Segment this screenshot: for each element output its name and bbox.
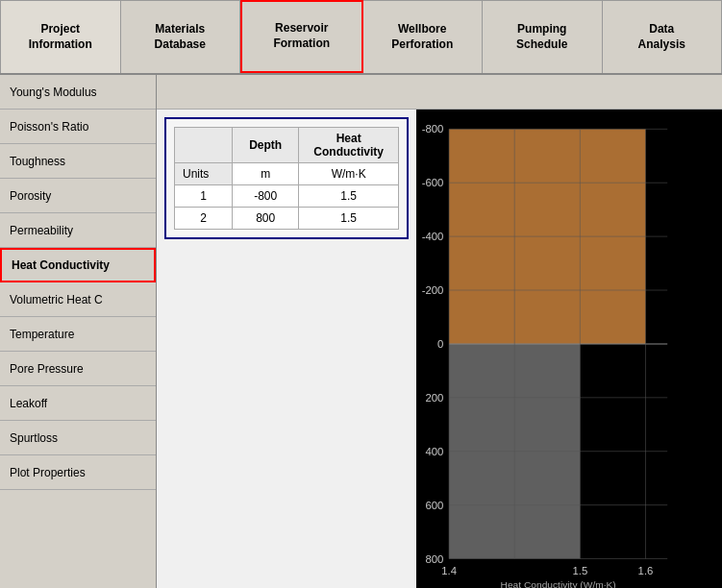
- svg-text:-200: -200: [422, 285, 444, 296]
- units-depth: m: [233, 163, 299, 185]
- main-layout: Young's ModulusPoisson's RatioToughnessP…: [0, 75, 722, 588]
- sidebar-item-temperature[interactable]: Temperature: [0, 317, 156, 352]
- cell-heat-conductivity[interactable]: 1.5: [299, 208, 399, 230]
- svg-text:1.6: 1.6: [638, 565, 654, 576]
- sidebar-item-toughness[interactable]: Toughness: [0, 144, 156, 179]
- svg-text:-600: -600: [422, 178, 444, 188]
- svg-text:1.4: 1.4: [441, 565, 457, 576]
- add-button[interactable]: [166, 90, 174, 94]
- table-panel: Depth HeatConductivity Units m W/m·K 1 -…: [157, 110, 416, 588]
- sidebar-item-poissons-ratio[interactable]: Poisson's Ratio: [0, 110, 156, 144]
- remove-button[interactable]: [182, 90, 189, 94]
- upload-button[interactable]: [212, 90, 220, 94]
- cell-depth[interactable]: -800: [233, 185, 299, 208]
- row-num: 1: [175, 185, 233, 208]
- sidebar-item-leakoff[interactable]: Leakoff: [0, 386, 156, 421]
- svg-text:-400: -400: [422, 232, 444, 242]
- table-row: 1 -800 1.5: [175, 185, 399, 208]
- nav-tab-materials-database[interactable]: MaterialsDatabase: [121, 0, 241, 73]
- sidebar-item-porosity[interactable]: Porosity: [0, 179, 156, 213]
- sidebar-item-plot-properties[interactable]: Plot Properties: [0, 455, 156, 490]
- col-header-empty: [175, 128, 233, 163]
- units-label: Units: [175, 163, 233, 185]
- svg-text:Heat Conductivity (W/m·K): Heat Conductivity (W/m·K): [501, 580, 616, 588]
- col-header-depth: Depth: [233, 128, 299, 163]
- units-heat: W/m·K: [299, 163, 399, 185]
- nav-tab-project-information[interactable]: ProjectInformation: [0, 0, 121, 73]
- svg-text:200: 200: [425, 392, 443, 403]
- nav-tab-reservoir-formation[interactable]: ReservoirFormation: [240, 0, 363, 73]
- svg-text:1.5: 1.5: [572, 565, 587, 576]
- table-section: Depth HeatConductivity Units m W/m·K 1 -…: [164, 117, 409, 239]
- sidebar-item-spurtloss[interactable]: Spurtloss: [0, 421, 156, 455]
- table-row: 2 800 1.5: [175, 208, 399, 230]
- nav-tab-wellbore-perforation[interactable]: WellborePerforation: [363, 0, 484, 73]
- sidebar-item-youngs-modulus[interactable]: Young's Modulus: [0, 75, 156, 110]
- row-num: 2: [175, 208, 233, 230]
- col-header-heat: HeatConductivity: [299, 128, 399, 163]
- sidebar-item-pore-pressure[interactable]: Pore Pressure: [0, 352, 156, 386]
- svg-text:-800: -800: [422, 124, 444, 135]
- nav-tab-data-analysis[interactable]: DataAnalysis: [603, 0, 723, 73]
- download-button[interactable]: [197, 90, 205, 94]
- nav-tabs: ProjectInformationMaterialsDatabaseReser…: [0, 0, 722, 75]
- heat-conductivity-chart: -800 -600 -400 -200 0 200 400 600 800 1.…: [416, 110, 722, 588]
- toolbar: [157, 75, 722, 110]
- sidebar: Young's ModulusPoisson's RatioToughnessP…: [0, 75, 157, 588]
- nav-tab-pumping-schedule[interactable]: PumpingSchedule: [483, 0, 603, 73]
- sidebar-item-permeability[interactable]: Permeability: [0, 213, 156, 248]
- svg-text:600: 600: [425, 500, 443, 510]
- svg-text:800: 800: [425, 553, 443, 564]
- content-area: Depth HeatConductivity Units m W/m·K 1 -…: [157, 75, 722, 588]
- data-content: Depth HeatConductivity Units m W/m·K 1 -…: [157, 110, 722, 588]
- sidebar-item-heat-conductivity[interactable]: Heat Conductivity: [0, 248, 156, 282]
- data-table: Depth HeatConductivity Units m W/m·K 1 -…: [174, 127, 399, 230]
- cell-depth[interactable]: 800: [233, 208, 299, 230]
- svg-text:400: 400: [425, 446, 443, 456]
- chart-panel: -800 -600 -400 -200 0 200 400 600 800 1.…: [416, 110, 722, 588]
- svg-text:0: 0: [437, 339, 443, 350]
- cell-heat-conductivity[interactable]: 1.5: [299, 185, 399, 208]
- sidebar-item-volumetric-heat-c[interactable]: Volumetric Heat C: [0, 282, 156, 317]
